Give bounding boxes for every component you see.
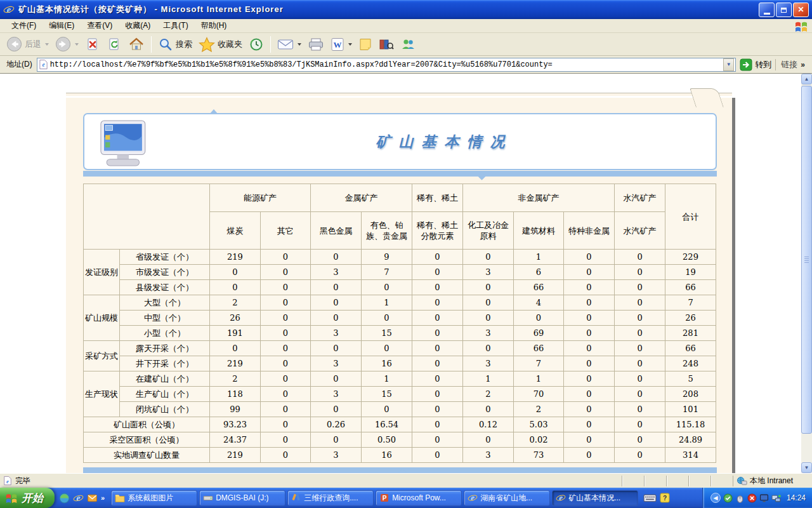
green-badge-icon[interactable]	[723, 493, 733, 503]
row-header: 大型（个）	[120, 295, 210, 311]
data-cell: 0	[564, 417, 615, 432]
outlook-icon[interactable]	[87, 493, 98, 504]
bar-diamond	[478, 172, 486, 180]
go-button[interactable]: 转到	[740, 58, 771, 71]
task-label: 系统截图图片	[128, 493, 173, 504]
ie-icon[interactable]: e	[73, 493, 84, 504]
data-cell: 66	[514, 280, 564, 295]
status-pane	[710, 476, 733, 486]
network-icon[interactable]	[771, 493, 781, 503]
vertical-scrollbar[interactable]: ▲ ▼	[801, 74, 812, 473]
row-header: 小型（个）	[120, 326, 210, 341]
ie-icon: e	[468, 493, 478, 503]
taskbar-task-3[interactable]: 三维行政查询....	[287, 490, 374, 506]
data-cell: 0	[261, 295, 311, 311]
back-button[interactable]: 后退	[3, 35, 52, 53]
media-player-icon[interactable]	[59, 493, 70, 504]
quick-launch-chevron-icon[interactable]: »	[101, 494, 105, 502]
ie-page-icon: e	[3, 476, 12, 486]
edit-with-word-button[interactable]: W	[327, 36, 355, 53]
address-dropdown-button[interactable]: ▼	[723, 58, 734, 71]
close-button[interactable]: ✕	[793, 3, 809, 17]
table-row: 小型（个）1910315036900281	[84, 326, 716, 341]
data-cell: 1	[463, 371, 514, 387]
menu-edit[interactable]: 编辑(E)	[43, 18, 81, 33]
row-header: 生产矿山（个）	[120, 387, 210, 402]
data-cell: 0	[564, 341, 615, 356]
data-cell: 0	[463, 402, 514, 417]
start-button[interactable]: 开始	[0, 488, 55, 508]
data-cell: 4	[514, 295, 564, 311]
data-cell: 0	[261, 280, 311, 295]
mouse-icon[interactable]	[735, 493, 745, 503]
taskbar-task-1[interactable]: 系统截图图片	[111, 490, 197, 506]
links-bar[interactable]: 链接 »	[775, 59, 810, 70]
data-cell: 0	[615, 417, 665, 432]
back-dropdown-icon[interactable]	[45, 43, 49, 46]
menu-file[interactable]: 文件(F)	[5, 18, 43, 33]
data-cell: 101	[665, 402, 716, 417]
print-button[interactable]	[304, 36, 327, 53]
scroll-up-button[interactable]: ▲	[801, 74, 812, 84]
menu-favorites[interactable]: 收藏(A)	[119, 18, 157, 33]
data-cell: 3	[311, 265, 362, 280]
data-cell: 0	[615, 387, 665, 402]
taskbar-task-2[interactable]: DMGIS-BAI (J:)	[199, 490, 285, 506]
mail-button[interactable]	[274, 37, 304, 52]
table-row: 采矿方式露天开采（个）000000660066	[84, 341, 716, 356]
help-icon[interactable]: ?	[660, 493, 670, 503]
data-cell: 0	[261, 311, 311, 326]
status-pane	[688, 476, 710, 486]
row-header: 市级发证（个）	[120, 265, 210, 280]
stop-button[interactable]	[82, 36, 103, 53]
menu-help[interactable]: 帮助(H)	[195, 18, 233, 33]
research-button[interactable]	[376, 36, 397, 53]
forward-button[interactable]	[52, 35, 82, 53]
data-cell: 16	[362, 356, 412, 371]
data-cell: 2	[210, 371, 261, 387]
mail-dropdown-icon[interactable]	[298, 43, 301, 46]
minimize-button[interactable]	[759, 3, 775, 17]
column-group-header: 稀有、稀土	[412, 184, 463, 212]
scroll-down-button[interactable]: ▼	[801, 462, 812, 473]
taskbar-task-6[interactable]: e矿山基本情况...	[552, 490, 638, 506]
word-dropdown-icon[interactable]	[348, 43, 352, 46]
alert-shield-icon[interactable]	[747, 493, 757, 503]
data-cell: 0	[463, 280, 514, 295]
data-cell: 2	[463, 387, 514, 402]
address-input[interactable]: e http://localhost/%e7%9f%bf%e5%b1%b1%e5…	[37, 58, 737, 72]
data-cell: 0	[412, 448, 463, 463]
history-button[interactable]	[246, 36, 267, 53]
display-icon[interactable]	[759, 493, 769, 503]
task-label: 湖南省矿山地...	[480, 493, 532, 504]
scrollbar-thumb[interactable]	[801, 86, 812, 434]
intranet-zone-icon	[737, 476, 747, 486]
taskbar-task-5[interactable]: e湖南省矿山地...	[464, 490, 550, 506]
data-cell: 0	[261, 371, 311, 387]
menu-view[interactable]: 查看(V)	[81, 18, 119, 33]
taskbar-task-4[interactable]: PMicrosoft Pow...	[376, 490, 462, 506]
svg-text:e: e	[76, 493, 80, 502]
tray-chevron-icon[interactable]: ◀	[710, 493, 721, 503]
bottom-bar	[83, 467, 717, 473]
data-cell: 0	[564, 371, 615, 387]
column-header: 有色、铂族、贵金属	[362, 212, 412, 250]
status-bar: e 完毕 本地 Intranet	[0, 473, 812, 488]
table-row: 矿山规模大型（个）2001004007	[84, 295, 716, 311]
search-button[interactable]: 搜索	[155, 36, 195, 53]
refresh-button[interactable]	[103, 36, 125, 53]
forward-dropdown-icon[interactable]	[75, 43, 79, 46]
menu-tools[interactable]: 工具(T)	[157, 18, 194, 33]
discuss-button[interactable]	[355, 36, 376, 53]
data-cell: 0.02	[514, 432, 564, 448]
data-cell: 0	[412, 326, 463, 341]
restore-button[interactable]	[776, 3, 792, 17]
data-cell: 26	[210, 311, 261, 326]
home-button[interactable]	[125, 36, 148, 53]
column-header: 建筑材料	[514, 212, 564, 250]
row-header: 闭坑矿山（个）	[120, 402, 210, 417]
table-row: 采空区面积（公顷）24.37000.50000.020024.89	[84, 432, 716, 448]
favorites-button[interactable]: 收藏夹	[195, 36, 246, 53]
keyboard-icon[interactable]	[643, 493, 657, 503]
messenger-button[interactable]	[397, 36, 419, 53]
